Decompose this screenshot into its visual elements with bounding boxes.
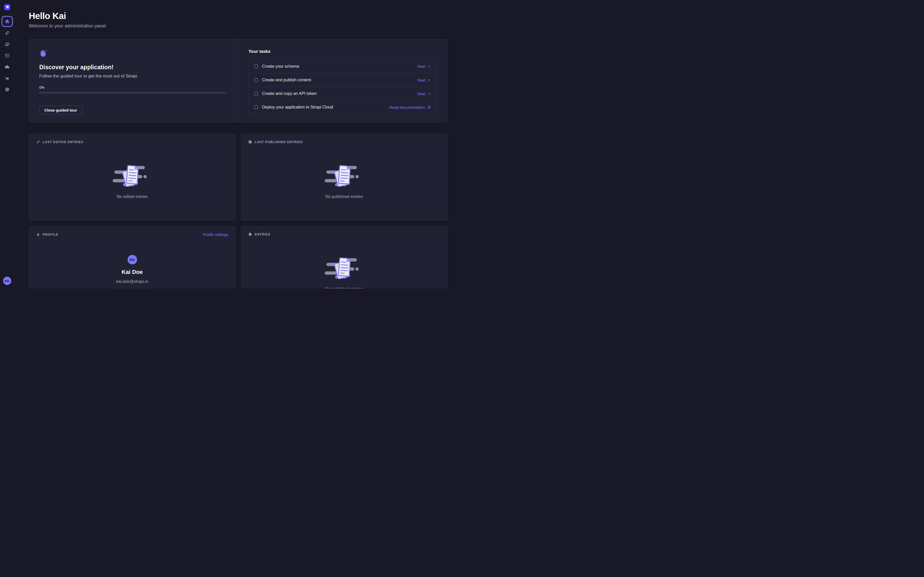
sidebar-item-content-type-builder[interactable] <box>2 51 12 60</box>
user-avatar[interactable]: KD <box>3 277 11 285</box>
sidebar-item-settings[interactable] <box>2 85 12 94</box>
last-edited-entries-card: Last edited entries No edited entries <box>29 134 236 221</box>
empty-state-text: No published entries <box>325 194 363 199</box>
widget-title: Profile <box>43 233 58 237</box>
profile-avatar: KD <box>128 255 137 264</box>
media-library-icon <box>5 42 10 47</box>
puzzle-icon <box>248 232 252 236</box>
user-icon <box>36 233 40 237</box>
task-row: Create your schema Start <box>249 60 437 73</box>
content-type-builder-icon <box>5 53 10 58</box>
chevron-right-icon <box>428 65 431 68</box>
tour-progress-label: 0% <box>39 85 227 90</box>
task-start-link[interactable]: Start <box>417 64 431 68</box>
widget-title: Last edited entries <box>43 140 83 144</box>
chevron-right-icon <box>428 79 431 82</box>
task-label: Create your schema <box>262 64 417 69</box>
empty-documents-illustration <box>324 162 365 187</box>
sidebar-bottom-divider <box>0 273 15 274</box>
sidebar-item-home[interactable] <box>2 17 12 26</box>
empty-state-text: No edited entries <box>117 194 148 199</box>
task-status-circle <box>254 105 258 110</box>
strapi-logo[interactable] <box>4 4 10 10</box>
task-status-circle <box>254 78 258 82</box>
empty-documents-illustration <box>112 162 152 187</box>
check-circle-icon <box>248 140 252 144</box>
tour-subtitle: Follow the guided tour to get the most o… <box>39 74 227 79</box>
widget-title: Entries <box>255 233 270 236</box>
last-published-entries-card: Last published entries No published entr… <box>241 134 447 221</box>
task-list: Create your schema Start Create and publ… <box>249 59 437 114</box>
pencil-icon <box>36 140 40 144</box>
task-row: Create and copy an API token Start <box>249 87 437 100</box>
task-label: Create and publish content <box>262 78 417 82</box>
external-link-icon <box>427 106 431 109</box>
profile-email: kai.doe@strapi.io <box>116 279 148 284</box>
home-icon <box>5 19 10 24</box>
profile-name: Kai Doe <box>122 269 143 276</box>
marketplace-cart-icon <box>5 76 10 81</box>
sidebar-nav <box>2 17 12 96</box>
content-feather-icon <box>5 31 10 35</box>
guided-tour-panel: Discover your application! Follow the gu… <box>29 39 238 122</box>
sidebar: KD <box>0 0 15 288</box>
empty-documents-illustration <box>324 255 365 279</box>
guided-tour-card: Discover your application! Follow the gu… <box>29 39 447 122</box>
chevron-right-icon <box>428 92 431 95</box>
tour-title: Discover your application! <box>39 64 227 71</box>
tasks-panel: Your tasks Create your schema Start Crea… <box>238 39 447 122</box>
task-status-circle <box>254 92 258 96</box>
profile-role-badge <box>111 288 153 288</box>
widget-title: Last published entries <box>255 140 303 144</box>
sidebar-item-marketplace[interactable] <box>2 73 12 83</box>
task-row: Create and publish content Start <box>249 73 437 87</box>
profile-settings-link[interactable]: Profile settings <box>203 232 228 237</box>
page-title: Hello Kai <box>29 11 447 21</box>
cloud-icon <box>4 64 10 70</box>
strapi-logo-glyph <box>5 5 9 9</box>
close-guided-tour-button[interactable]: Close guided tour <box>39 106 82 114</box>
profile-card: Profile Profile settings KD Kai Doe kai.… <box>29 226 236 288</box>
main-content: Hello Kai Welcome to your administration… <box>15 0 462 288</box>
page-subtitle: Welcome to your administration panel <box>29 23 447 29</box>
waving-hand-icon <box>39 49 47 57</box>
empty-state-text: No published entries <box>325 287 363 288</box>
task-start-link[interactable]: Start <box>417 92 431 96</box>
task-row: Deploy your application to Strapi Cloud … <box>249 100 437 114</box>
task-label: Create and copy an API token <box>262 91 417 96</box>
tasks-title: Your tasks <box>249 49 437 54</box>
task-status-circle <box>254 64 258 68</box>
sidebar-item-media-library[interactable] <box>2 39 12 49</box>
entries-card: Entries No published entries <box>241 226 447 288</box>
sidebar-item-cloud[interactable] <box>2 62 12 71</box>
sidebar-divider <box>0 14 15 15</box>
settings-gear-icon <box>5 87 10 92</box>
tour-progress-bar <box>39 92 227 93</box>
read-documentation-link[interactable]: Read documentation <box>389 105 431 110</box>
task-label: Deploy your application to Strapi Cloud <box>262 105 389 110</box>
task-start-link[interactable]: Start <box>417 78 431 82</box>
sidebar-item-content-manager[interactable] <box>2 28 12 38</box>
